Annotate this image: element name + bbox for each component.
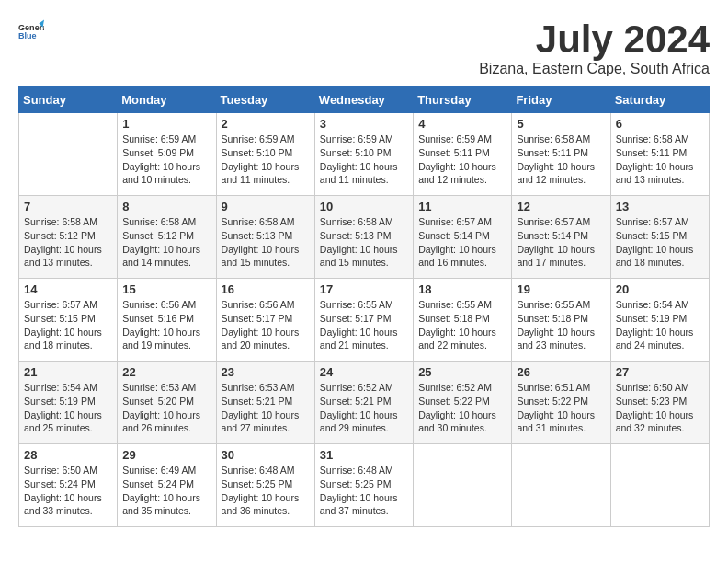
day-info: Sunrise: 6:59 AM Sunset: 5:10 PM Dayligh… xyxy=(320,132,408,187)
table-row: 24Sunrise: 6:52 AM Sunset: 5:21 PM Dayli… xyxy=(314,362,413,444)
calendar-week-row: 21Sunrise: 6:54 AM Sunset: 5:19 PM Dayli… xyxy=(19,362,710,444)
table-row: 26Sunrise: 6:51 AM Sunset: 5:22 PM Dayli… xyxy=(512,362,610,444)
table-row: 29Sunrise: 6:49 AM Sunset: 5:24 PM Dayli… xyxy=(118,444,216,527)
day-number: 18 xyxy=(418,282,506,296)
header-wednesday: Wednesday xyxy=(314,87,413,113)
day-info: Sunrise: 6:55 AM Sunset: 5:17 PM Dayligh… xyxy=(320,298,408,352)
day-info: Sunrise: 6:58 AM Sunset: 5:13 PM Dayligh… xyxy=(320,215,408,270)
calendar-table: Sunday Monday Tuesday Wednesday Thursday… xyxy=(18,86,710,527)
location-title: Bizana, Eastern Cape, South Africa xyxy=(479,61,710,77)
table-row: 28Sunrise: 6:50 AM Sunset: 5:24 PM Dayli… xyxy=(19,444,118,527)
calendar-week-row: 28Sunrise: 6:50 AM Sunset: 5:24 PM Dayli… xyxy=(19,444,710,527)
table-row: 11Sunrise: 6:57 AM Sunset: 5:14 PM Dayli… xyxy=(414,196,512,279)
day-number: 13 xyxy=(616,200,704,213)
table-row: 7Sunrise: 6:58 AM Sunset: 5:12 PM Daylig… xyxy=(19,196,118,279)
day-info: Sunrise: 6:51 AM Sunset: 5:22 PM Dayligh… xyxy=(517,381,605,435)
logo: General Blue xyxy=(18,18,44,44)
day-info: Sunrise: 6:52 AM Sunset: 5:22 PM Dayligh… xyxy=(418,381,506,435)
day-info: Sunrise: 6:59 AM Sunset: 5:10 PM Dayligh… xyxy=(222,132,310,187)
table-row: 10Sunrise: 6:58 AM Sunset: 5:13 PM Dayli… xyxy=(314,196,413,279)
day-info: Sunrise: 6:58 AM Sunset: 5:13 PM Dayligh… xyxy=(222,215,310,270)
svg-text:Blue: Blue xyxy=(18,31,37,40)
table-row: 30Sunrise: 6:48 AM Sunset: 5:25 PM Dayli… xyxy=(216,444,314,527)
day-number: 25 xyxy=(418,365,506,379)
header-thursday: Thursday xyxy=(414,87,512,113)
day-info: Sunrise: 6:52 AM Sunset: 5:21 PM Dayligh… xyxy=(320,381,408,435)
month-title: July 2024 xyxy=(479,18,710,61)
day-info: Sunrise: 6:54 AM Sunset: 5:19 PM Dayligh… xyxy=(24,381,112,435)
table-row: 6Sunrise: 6:58 AM Sunset: 5:11 PM Daylig… xyxy=(610,113,709,196)
day-number: 3 xyxy=(320,117,408,131)
header-sunday: Sunday xyxy=(19,87,118,113)
day-number: 30 xyxy=(222,448,310,462)
day-info: Sunrise: 6:48 AM Sunset: 5:25 PM Dayligh… xyxy=(222,464,310,518)
day-number: 17 xyxy=(320,282,408,296)
day-info: Sunrise: 6:59 AM Sunset: 5:09 PM Dayligh… xyxy=(122,132,210,187)
day-info: Sunrise: 6:56 AM Sunset: 5:17 PM Dayligh… xyxy=(222,298,310,352)
day-number: 4 xyxy=(418,117,506,131)
day-number: 1 xyxy=(122,117,210,131)
table-row xyxy=(610,444,709,527)
table-row: 4Sunrise: 6:59 AM Sunset: 5:11 PM Daylig… xyxy=(414,113,512,196)
table-row: 9Sunrise: 6:58 AM Sunset: 5:13 PM Daylig… xyxy=(216,196,314,279)
calendar-week-row: 7Sunrise: 6:58 AM Sunset: 5:12 PM Daylig… xyxy=(19,196,710,279)
day-info: Sunrise: 6:59 AM Sunset: 5:11 PM Dayligh… xyxy=(418,132,506,187)
day-info: Sunrise: 6:57 AM Sunset: 5:14 PM Dayligh… xyxy=(517,215,605,270)
logo-icon: General Blue xyxy=(18,18,44,44)
day-number: 20 xyxy=(616,282,704,296)
header-monday: Monday xyxy=(118,87,216,113)
header-saturday: Saturday xyxy=(610,87,709,113)
day-number: 15 xyxy=(122,282,210,296)
table-row xyxy=(512,444,610,527)
table-row: 21Sunrise: 6:54 AM Sunset: 5:19 PM Dayli… xyxy=(19,362,118,444)
day-info: Sunrise: 6:50 AM Sunset: 5:24 PM Dayligh… xyxy=(24,464,112,518)
table-row: 19Sunrise: 6:55 AM Sunset: 5:18 PM Dayli… xyxy=(512,279,610,362)
day-number: 21 xyxy=(24,365,112,379)
day-number: 7 xyxy=(24,200,112,213)
table-row: 1Sunrise: 6:59 AM Sunset: 5:09 PM Daylig… xyxy=(118,113,216,196)
day-number: 10 xyxy=(320,200,408,213)
day-info: Sunrise: 6:53 AM Sunset: 5:21 PM Dayligh… xyxy=(222,381,310,435)
table-row: 5Sunrise: 6:58 AM Sunset: 5:11 PM Daylig… xyxy=(512,113,610,196)
day-number: 24 xyxy=(320,365,408,379)
day-number: 19 xyxy=(517,282,605,296)
table-row: 8Sunrise: 6:58 AM Sunset: 5:12 PM Daylig… xyxy=(118,196,216,279)
day-number: 12 xyxy=(517,200,605,213)
day-number: 26 xyxy=(517,365,605,379)
header-friday: Friday xyxy=(512,87,610,113)
table-row: 22Sunrise: 6:53 AM Sunset: 5:20 PM Dayli… xyxy=(118,362,216,444)
day-info: Sunrise: 6:55 AM Sunset: 5:18 PM Dayligh… xyxy=(517,298,605,352)
table-row: 23Sunrise: 6:53 AM Sunset: 5:21 PM Dayli… xyxy=(216,362,314,444)
day-info: Sunrise: 6:55 AM Sunset: 5:18 PM Dayligh… xyxy=(418,298,506,352)
day-info: Sunrise: 6:56 AM Sunset: 5:16 PM Dayligh… xyxy=(122,298,210,352)
calendar-header-row: Sunday Monday Tuesday Wednesday Thursday… xyxy=(19,87,710,113)
day-number: 2 xyxy=(222,117,310,131)
day-number: 6 xyxy=(616,117,704,131)
day-number: 29 xyxy=(122,448,210,462)
table-row: 20Sunrise: 6:54 AM Sunset: 5:19 PM Dayli… xyxy=(610,279,709,362)
title-area: July 2024 Bizana, Eastern Cape, South Af… xyxy=(479,18,710,77)
table-row: 15Sunrise: 6:56 AM Sunset: 5:16 PM Dayli… xyxy=(118,279,216,362)
table-row: 2Sunrise: 6:59 AM Sunset: 5:10 PM Daylig… xyxy=(216,113,314,196)
day-info: Sunrise: 6:57 AM Sunset: 5:15 PM Dayligh… xyxy=(24,298,112,352)
day-number: 28 xyxy=(24,448,112,462)
day-number: 31 xyxy=(320,448,408,462)
table-row: 13Sunrise: 6:57 AM Sunset: 5:15 PM Dayli… xyxy=(610,196,709,279)
table-row: 31Sunrise: 6:48 AM Sunset: 5:25 PM Dayli… xyxy=(314,444,413,527)
day-info: Sunrise: 6:58 AM Sunset: 5:11 PM Dayligh… xyxy=(616,132,704,187)
table-row: 18Sunrise: 6:55 AM Sunset: 5:18 PM Dayli… xyxy=(414,279,512,362)
table-row: 16Sunrise: 6:56 AM Sunset: 5:17 PM Dayli… xyxy=(216,279,314,362)
day-number: 22 xyxy=(122,365,210,379)
day-number: 14 xyxy=(24,282,112,296)
day-info: Sunrise: 6:49 AM Sunset: 5:24 PM Dayligh… xyxy=(122,464,210,518)
day-number: 11 xyxy=(418,200,506,213)
table-row: 17Sunrise: 6:55 AM Sunset: 5:17 PM Dayli… xyxy=(314,279,413,362)
table-row: 25Sunrise: 6:52 AM Sunset: 5:22 PM Dayli… xyxy=(414,362,512,444)
calendar-week-row: 14Sunrise: 6:57 AM Sunset: 5:15 PM Dayli… xyxy=(19,279,710,362)
table-row xyxy=(19,113,118,196)
day-info: Sunrise: 6:57 AM Sunset: 5:15 PM Dayligh… xyxy=(616,215,704,270)
header: General Blue July 2024 Bizana, Eastern C… xyxy=(18,18,710,77)
table-row xyxy=(414,444,512,527)
day-info: Sunrise: 6:58 AM Sunset: 5:12 PM Dayligh… xyxy=(24,215,112,270)
header-tuesday: Tuesday xyxy=(216,87,314,113)
